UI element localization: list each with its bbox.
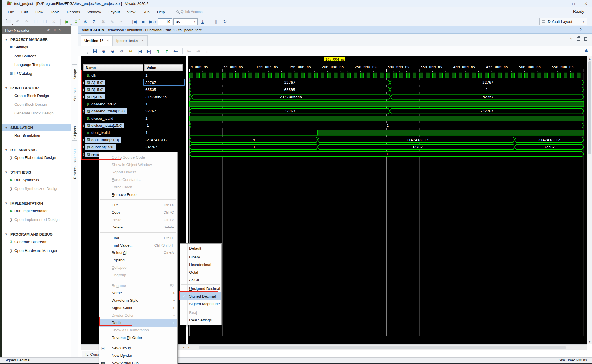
menu-item-real-settings[interactable]: Real Settings... <box>180 316 221 324</box>
menu-item-signal-color[interactable]: Signal Color▸ <box>99 304 177 311</box>
menu-help[interactable]: Help <box>153 9 169 15</box>
signal-value[interactable]: 2147385345 <box>145 95 167 99</box>
menu-item-delete[interactable]: DeleteDelete <box>99 224 177 231</box>
menu-item-signed-magnitude[interactable]: Signed Magnitude <box>180 300 221 308</box>
menu-item-copy[interactable]: CopyCtrl+C <box>99 209 177 216</box>
run-for-time-icon[interactable]: ▶(T) <box>149 18 156 25</box>
menu-tools[interactable]: Tools <box>47 9 63 15</box>
minimize-panel-icon[interactable]: — <box>65 28 68 32</box>
nav-item-create-block-design[interactable]: Create Block Design <box>2 91 71 100</box>
waveform-canvas[interactable]: 0.000 ns50.000 ns100.000 ns150.000 ns200… <box>188 56 587 344</box>
menu-item-select-all[interactable]: Select AllCtrl+A <box>99 249 177 256</box>
menu-item-unsigned-decimal[interactable]: Unsigned Decimal <box>180 285 221 292</box>
close-pane-icon[interactable] <box>586 29 588 31</box>
help-icon[interactable]: ? <box>59 28 61 32</box>
save-waveform-icon[interactable] <box>91 48 98 55</box>
maximize-pane-icon[interactable] <box>584 37 587 41</box>
report-summary-icon[interactable]: Σ <box>90 18 98 25</box>
nav-item-open-elaborated-design[interactable]: ❯Open Elaborated Design <box>2 153 71 162</box>
menu-item-new-virtual-bus[interactable]: New Virtual Bus <box>99 359 177 364</box>
restart-simulation-icon[interactable]: |◀ <box>131 18 138 25</box>
signal-row-a-15-0[interactable]: ❯A[15:0]32767 <box>81 79 186 86</box>
nav-item-settings[interactable]: ✱Settings <box>2 43 71 52</box>
signal-row-p-31-0[interactable]: ❯P[31:0]2147385345 <box>81 93 186 100</box>
search-icon[interactable] <box>82 48 89 55</box>
signal-row-b-15-0[interactable]: ❯B[15:0]65535 <box>81 86 186 93</box>
menu-item-octal[interactable]: Octal <box>180 268 221 276</box>
signal-value[interactable]: 1 <box>145 116 148 121</box>
signal-row-dout-tdata-31-0[interactable]: ❯dout_tdata[31:0]-2147418112 <box>81 136 186 143</box>
waveform-settings-gear-icon[interactable]: ✱ <box>584 48 588 54</box>
menu-flow[interactable]: Flow <box>32 9 47 15</box>
scroll-up-icon[interactable]: ▲ <box>587 57 592 61</box>
menu-window[interactable]: Window <box>84 9 105 15</box>
settings-gear-icon[interactable]: ✱ <box>81 18 89 25</box>
expand-arrow-icon[interactable]: ❯ <box>82 124 85 127</box>
nav-item-add-sources[interactable]: Add Sources <box>2 52 71 60</box>
splitter-right-icon[interactable]: ‹ <box>188 345 189 349</box>
nav-header-simulation[interactable]: ∨SIMULATION <box>2 124 71 131</box>
menu-item-reverse-bit-order[interactable]: Reverse Bit Order <box>99 334 177 341</box>
zoom-fit-icon[interactable]: ✥ <box>118 48 125 55</box>
vertical-scrollbar[interactable]: ▲ ▼ <box>587 56 592 344</box>
signal-row-dout-tvalid[interactable]: dout_tvalid1 <box>81 129 186 136</box>
nav-header-ip-integrator[interactable]: ∨IP INTEGRATOR <box>2 85 71 91</box>
run-to-icon[interactable]: ↧ <box>199 18 206 25</box>
expand-arrow-icon[interactable]: ❯ <box>82 110 85 113</box>
side-tab-protocol-instances[interactable]: Protocol Instances <box>71 141 78 187</box>
nav-header-program-and-debug[interactable]: ∨PROGRAM AND DEBUG <box>2 231 71 238</box>
minimize-button[interactable]: – <box>555 0 567 7</box>
menu-item-binary[interactable]: Binary <box>180 253 221 261</box>
close-button[interactable]: ✕ <box>580 0 592 7</box>
next-edge-icon[interactable]: ↱ <box>163 48 171 55</box>
side-tab-objects[interactable]: Objects <box>71 125 78 140</box>
close-tab-icon[interactable]: ✕ <box>107 39 109 43</box>
expand-arrow-icon[interactable]: ❯ <box>82 153 85 156</box>
menu-item-new-divider[interactable]: New Divider <box>99 352 177 359</box>
signal-row-dividend-tvalid[interactable]: dividend_tvalid1 <box>81 101 186 108</box>
signal-row-dividend-tdata-15-0[interactable]: ❯dividend_tdata[15:0]32767 <box>81 108 186 115</box>
signal-value[interactable]: 32767 <box>145 109 156 113</box>
menu-item-name[interactable]: Name▸ <box>99 289 177 297</box>
expand-arrow-icon[interactable]: ❯ <box>82 138 85 141</box>
previous-transition-icon[interactable]: |◀ <box>136 48 143 55</box>
tab-untitled-1[interactable]: Untitled 1*✕ <box>81 35 113 46</box>
nav-item-run-simulation[interactable]: Run Simulation <box>2 131 71 140</box>
scroll-down-icon[interactable]: ▼ <box>587 339 592 344</box>
expand-arrow-icon[interactable]: ❯ <box>82 145 85 148</box>
signal-value[interactable]: 1 <box>145 102 148 106</box>
nav-item-generate-bitstream[interactable]: ↧Generate Bitstream <box>2 238 71 246</box>
name-column-header[interactable]: Name <box>83 64 143 71</box>
menu-item-signed-decimal[interactable]: ✓Signed Decimal <box>180 292 221 300</box>
layout-selector[interactable]: Default Layout ∨ <box>539 18 587 25</box>
nav-item-ip-catalog[interactable]: ⊞IP Catalog <box>2 69 71 78</box>
open-file-icon[interactable]: ▾ <box>5 18 12 25</box>
scrollbar-thumb[interactable] <box>588 61 591 154</box>
menu-item-expand[interactable]: Expand <box>99 256 177 264</box>
menu-edit[interactable]: Edit <box>18 9 32 15</box>
relaunch-simulation-icon[interactable]: ↻ <box>221 18 229 25</box>
signal-value[interactable]: 32767 <box>145 81 156 85</box>
signal-value[interactable]: -2147418112 <box>145 138 168 142</box>
menu-item-radix[interactable]: Radix▸ <box>99 319 177 326</box>
zoom-to-cursor-icon[interactable]: ↦ <box>127 48 134 55</box>
signal-row-quotient-15-0[interactable]: ❯quotient[15:0]-32767 <box>81 143 186 150</box>
help-icon[interactable]: ? <box>580 28 582 32</box>
signal-row-divisor-tdata-15-0[interactable]: ❯divisor_tdata[15:0]-1 <box>81 122 186 129</box>
signal-value[interactable]: -32767 <box>145 145 157 149</box>
menu-item-default[interactable]: Default <box>180 245 221 252</box>
menu-item-remove-force[interactable]: Remove Force <box>99 191 177 198</box>
expand-all-icon[interactable]: ⇕ <box>53 28 56 32</box>
add-marker-icon[interactable]: +⌐ <box>172 48 180 55</box>
nav-item-run-implementation[interactable]: ▶Run Implementation <box>2 207 71 215</box>
next-transition-icon[interactable]: ▶| <box>145 48 153 55</box>
generate-step-icon[interactable]: ↧01 <box>72 18 80 25</box>
menu-item-hexadecimal[interactable]: Hexadecimal <box>180 261 221 268</box>
zoom-in-icon[interactable]: ⊕ <box>100 48 107 55</box>
quick-access-search[interactable]: Quick Access <box>175 8 218 15</box>
menu-item-new-group[interactable]: ▣New Group <box>99 344 177 352</box>
hscrollbar-thumb[interactable] <box>199 346 566 349</box>
side-tab-sources[interactable]: Sources <box>71 85 78 104</box>
menu-item-waveform-style[interactable]: Waveform Style▸ <box>99 297 177 304</box>
nav-item-run-synthesis[interactable]: ▶Run Synthesis <box>2 176 71 184</box>
